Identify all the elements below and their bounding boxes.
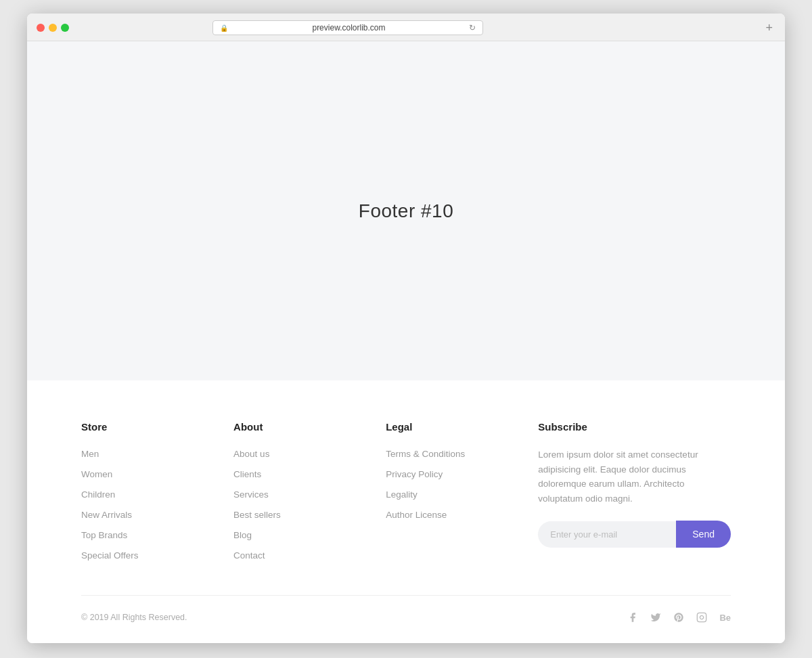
subscribe-heading: Subscribe bbox=[538, 421, 731, 433]
page-content: Footer #10 Store Men Women Children New … bbox=[27, 41, 785, 643]
list-item: Services bbox=[233, 488, 386, 500]
subscribe-description: Lorem ipsum dolor sit amet consectetur a… bbox=[538, 447, 727, 506]
list-item: Blog bbox=[233, 529, 386, 541]
refresh-icon[interactable]: ↻ bbox=[469, 23, 476, 32]
browser-chrome: 🔒 preview.colorlib.com ↻ + bbox=[27, 14, 785, 41]
footer-divider bbox=[81, 595, 731, 596]
address-bar[interactable]: 🔒 preview.colorlib.com ↻ bbox=[212, 20, 483, 35]
lock-icon: 🔒 bbox=[220, 24, 228, 32]
list-item: Privacy Policy bbox=[386, 468, 538, 480]
page-title: Footer #10 bbox=[359, 200, 453, 222]
social-icons: Be bbox=[627, 612, 731, 623]
legal-link-privacy[interactable]: Privacy Policy bbox=[386, 469, 443, 479]
store-link-top-brands[interactable]: Top Brands bbox=[81, 530, 127, 540]
legal-column: Legal Terms & Conditions Privacy Policy … bbox=[386, 421, 538, 561]
about-link-clients[interactable]: Clients bbox=[233, 469, 261, 479]
subscribe-column: Subscribe Lorem ipsum dolor sit amet con… bbox=[538, 421, 731, 561]
twitter-icon[interactable] bbox=[650, 612, 661, 623]
list-item: Women bbox=[81, 468, 233, 480]
email-input[interactable] bbox=[538, 521, 676, 548]
about-link-best-sellers[interactable]: Best sellers bbox=[233, 510, 281, 520]
send-button[interactable]: Send bbox=[676, 521, 731, 548]
legal-link-legality[interactable]: Legality bbox=[386, 489, 418, 500]
store-link-new-arrivals[interactable]: New Arrivals bbox=[81, 510, 132, 520]
facebook-icon[interactable] bbox=[627, 612, 638, 623]
pinterest-icon[interactable] bbox=[673, 612, 684, 623]
legal-link-author-license[interactable]: Author License bbox=[386, 510, 447, 520]
legal-heading: Legal bbox=[386, 421, 538, 433]
instagram-icon[interactable] bbox=[696, 612, 707, 623]
close-button[interactable] bbox=[37, 24, 45, 32]
list-item: New Arrivals bbox=[81, 508, 233, 521]
store-link-men[interactable]: Men bbox=[81, 449, 99, 459]
url-text: preview.colorlib.com bbox=[232, 23, 465, 32]
list-item: Legality bbox=[386, 488, 538, 500]
store-links: Men Women Children New Arrivals Top Bran… bbox=[81, 447, 233, 561]
list-item: About us bbox=[233, 447, 386, 460]
browser-window: 🔒 preview.colorlib.com ↻ + Footer #10 St… bbox=[27, 14, 785, 643]
maximize-button[interactable] bbox=[61, 24, 69, 32]
store-link-special-offers[interactable]: Special Offers bbox=[81, 550, 139, 561]
traffic-lights bbox=[37, 24, 69, 32]
svg-rect-0 bbox=[698, 613, 706, 621]
list-item: Men bbox=[81, 447, 233, 460]
subscribe-form: Send bbox=[538, 521, 731, 548]
footer-columns: Store Men Women Children New Arrivals To… bbox=[81, 421, 731, 595]
footer-bottom: © 2019 All Rights Reserved. bbox=[81, 612, 731, 643]
list-item: Special Offers bbox=[81, 549, 233, 561]
list-item: Author License bbox=[386, 508, 538, 521]
about-link-about-us[interactable]: About us bbox=[233, 449, 269, 459]
legal-link-terms[interactable]: Terms & Conditions bbox=[386, 449, 465, 459]
main-area: Footer #10 bbox=[27, 41, 785, 380]
list-item: Top Brands bbox=[81, 529, 233, 541]
list-item: Contact bbox=[233, 549, 386, 561]
about-column: About About us Clients Services Best sel… bbox=[233, 421, 386, 561]
store-link-children[interactable]: Children bbox=[81, 489, 115, 500]
footer: Store Men Women Children New Arrivals To… bbox=[27, 380, 785, 643]
about-heading: About bbox=[233, 421, 386, 433]
store-link-women[interactable]: Women bbox=[81, 469, 112, 479]
list-item: Terms & Conditions bbox=[386, 447, 538, 460]
store-heading: Store bbox=[81, 421, 233, 433]
behance-icon[interactable]: Be bbox=[719, 613, 731, 623]
list-item: Clients bbox=[233, 468, 386, 480]
legal-links: Terms & Conditions Privacy Policy Legali… bbox=[386, 447, 538, 521]
about-link-contact[interactable]: Contact bbox=[233, 550, 265, 561]
list-item: Children bbox=[81, 488, 233, 500]
minimize-button[interactable] bbox=[49, 24, 57, 32]
about-link-blog[interactable]: Blog bbox=[233, 530, 252, 540]
store-column: Store Men Women Children New Arrivals To… bbox=[81, 421, 233, 561]
about-link-services[interactable]: Services bbox=[233, 489, 269, 500]
about-links: About us Clients Services Best sellers B… bbox=[233, 447, 386, 561]
list-item: Best sellers bbox=[233, 508, 386, 521]
copyright-text: © 2019 All Rights Reserved. bbox=[81, 613, 187, 622]
new-tab-button[interactable]: + bbox=[763, 21, 775, 35]
